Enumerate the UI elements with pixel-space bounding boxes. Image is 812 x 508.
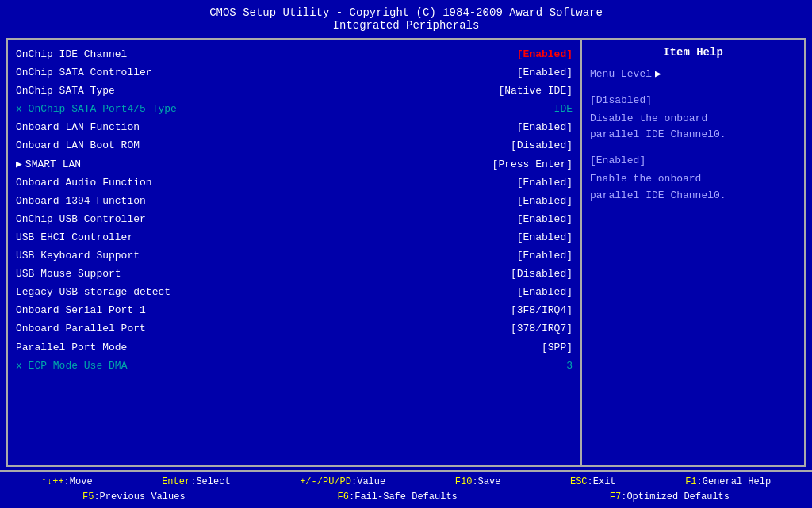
right-panel: Item Help Menu Level ▶ [Disabled] Disabl… xyxy=(582,40,804,465)
settings-label: OnChip SATA Type xyxy=(16,82,498,100)
settings-label: Legacy USB storage detect xyxy=(16,284,517,301)
footer-item: F1:General Help xyxy=(685,475,771,490)
footer: ↑↓++:MoveEnter:Select+/-/PU/PD:ValueF10:… xyxy=(0,470,812,508)
settings-label: USB Keyboard Support xyxy=(16,247,517,265)
settings-value: [SPP] xyxy=(542,339,573,357)
settings-label: USB EHCI Controller xyxy=(16,229,517,246)
footer-item: ESC:Exit xyxy=(570,475,616,490)
footer-item: F5:Previous Values xyxy=(82,490,186,505)
footer-desc: :Select xyxy=(190,476,230,487)
settings-label: Onboard LAN Function xyxy=(16,119,517,136)
settings-value: [Native IDE] xyxy=(498,82,573,100)
settings-label: x ECP Mode Use DMA xyxy=(16,357,566,375)
right-panel-content: Menu Level ▶ [Disabled] Disable the onbo… xyxy=(590,67,796,204)
settings-row[interactable]: USB EHCI Controller[Enabled] xyxy=(16,229,573,246)
disabled-header: [Disabled] xyxy=(590,93,796,109)
settings-row[interactable]: Onboard Serial Port 1[3F8/IRQ4] xyxy=(16,302,573,319)
settings-label: OnChip USB Controller xyxy=(16,211,517,228)
footer-desc: :General Help xyxy=(697,476,772,487)
settings-value: [Enabled] xyxy=(517,46,573,63)
title-bar: CMOS Setup Utility - Copyright (C) 1984-… xyxy=(0,0,812,35)
settings-row[interactable]: Onboard 1394 Function[Enabled] xyxy=(16,193,573,210)
menu-level: Menu Level ▶ xyxy=(590,67,796,83)
settings-row[interactable]: Onboard Parallel Port[378/IRQ7] xyxy=(16,320,573,338)
settings-label: x OnChip SATA Port4/5 Type xyxy=(16,101,554,118)
settings-value: [Disabled] xyxy=(511,265,573,283)
enabled-header: [Enabled] xyxy=(590,153,796,170)
footer-item: F7:Optimized Defaults xyxy=(610,490,730,505)
footer-row1: ↑↓++:MoveEnter:Select+/-/PU/PD:ValueF10:… xyxy=(6,475,806,490)
settings-value: [Enabled] xyxy=(517,247,573,265)
settings-row[interactable]: Legacy USB storage detect[Enabled] xyxy=(16,284,573,301)
footer-key: F10 xyxy=(455,476,473,487)
settings-row[interactable]: Parallel Port Mode[SPP] xyxy=(16,339,573,357)
left-panel: OnChip IDE Channel[Enabled]OnChip SATA C… xyxy=(8,40,582,465)
settings-row[interactable]: Onboard LAN Function[Enabled] xyxy=(16,119,573,136)
footer-desc: :Previous Values xyxy=(94,491,185,502)
settings-label: Parallel Port Mode xyxy=(16,339,542,357)
settings-row[interactable]: Onboard Audio Function[Enabled] xyxy=(16,174,573,192)
settings-label: Onboard Serial Port 1 xyxy=(16,302,511,319)
menu-level-label: Menu Level xyxy=(590,67,652,83)
footer-item: +/-/PU/PD:Value xyxy=(300,475,385,490)
footer-desc: :Fail-Safe Defaults xyxy=(349,491,458,502)
disabled-desc2: parallel IDE Channel0. xyxy=(590,127,796,143)
footer-key: +/-/PU/PD xyxy=(300,476,351,487)
settings-value: [3F8/IRQ4] xyxy=(511,302,573,319)
enabled-desc1: Enable the onboard xyxy=(590,171,796,188)
settings-label: Onboard Parallel Port xyxy=(16,320,511,338)
footer-key: F7 xyxy=(610,491,621,502)
settings-label: USB Mouse Support xyxy=(16,265,511,283)
settings-value: [Enabled] xyxy=(517,119,573,136)
settings-value: [Enabled] xyxy=(517,211,573,228)
settings-row[interactable]: OnChip USB Controller[Enabled] xyxy=(16,211,573,228)
settings-label: Onboard LAN Boot ROM xyxy=(16,137,511,155)
settings-value: IDE xyxy=(554,101,573,118)
footer-item: Enter:Select xyxy=(162,475,230,490)
screen: CMOS Setup Utility - Copyright (C) 1984-… xyxy=(0,0,812,508)
title-line2: Integrated Peripherals xyxy=(0,19,812,32)
item-help-title: Item Help xyxy=(590,46,796,59)
disabled-desc1: Disable the onboard xyxy=(590,111,796,128)
footer-key: Enter xyxy=(162,476,190,487)
settings-value: [Enabled] xyxy=(517,229,573,246)
settings-row[interactable]: OnChip SATA Type[Native IDE] xyxy=(16,82,573,100)
settings-label: Onboard Audio Function xyxy=(16,174,517,192)
settings-row[interactable]: x ECP Mode Use DMA 3 xyxy=(16,357,573,375)
footer-key: F1 xyxy=(685,476,696,487)
settings-row[interactable]: x OnChip SATA Port4/5 Type IDE xyxy=(16,101,573,118)
settings-row[interactable]: ▶ SMART LAN[Press Enter] xyxy=(16,156,573,174)
footer-row2: F5:Previous ValuesF6:Fail-Safe DefaultsF… xyxy=(6,490,806,505)
footer-key: F5 xyxy=(82,491,94,502)
menu-level-arrow: ▶ xyxy=(655,67,661,83)
settings-row[interactable]: USB Keyboard Support[Enabled] xyxy=(16,247,573,265)
settings-value: [Enabled] xyxy=(517,174,573,192)
main-content: OnChip IDE Channel[Enabled]OnChip SATA C… xyxy=(6,38,806,467)
settings-row[interactable]: OnChip SATA Controller[Enabled] xyxy=(16,64,573,82)
settings-row[interactable]: USB Mouse Support[Disabled] xyxy=(16,265,573,283)
footer-key: F6 xyxy=(338,491,349,502)
settings-value: [Enabled] xyxy=(517,193,573,210)
settings-value: [378/IRQ7] xyxy=(511,320,573,338)
title-line1: CMOS Setup Utility - Copyright (C) 1984-… xyxy=(0,6,812,19)
settings-row[interactable]: OnChip IDE Channel[Enabled] xyxy=(16,46,573,63)
settings-value: 3 xyxy=(566,357,573,375)
footer-item: ↑↓++:Move xyxy=(41,475,93,490)
settings-label: ▶ SMART LAN xyxy=(16,156,492,174)
settings-value: [Press Enter] xyxy=(492,156,573,174)
settings-value: [Enabled] xyxy=(517,64,573,82)
footer-desc: :Move xyxy=(64,476,93,487)
settings-label: OnChip SATA Controller xyxy=(16,64,517,82)
settings-label: Onboard 1394 Function xyxy=(16,193,517,210)
footer-desc: :Optimized Defaults xyxy=(621,491,730,502)
footer-key: ↑↓++ xyxy=(41,476,64,487)
settings-value: [Disabled] xyxy=(511,137,573,155)
enabled-desc2: parallel IDE Channel0. xyxy=(590,188,796,204)
footer-key: ESC xyxy=(570,476,588,487)
footer-desc: :Value xyxy=(351,476,385,487)
footer-desc: :Save xyxy=(472,476,500,487)
footer-item: F6:Fail-Safe Defaults xyxy=(338,490,458,505)
settings-row[interactable]: Onboard LAN Boot ROM[Disabled] xyxy=(16,137,573,155)
footer-desc: :Exit xyxy=(588,476,616,487)
settings-label: OnChip IDE Channel xyxy=(16,46,517,63)
